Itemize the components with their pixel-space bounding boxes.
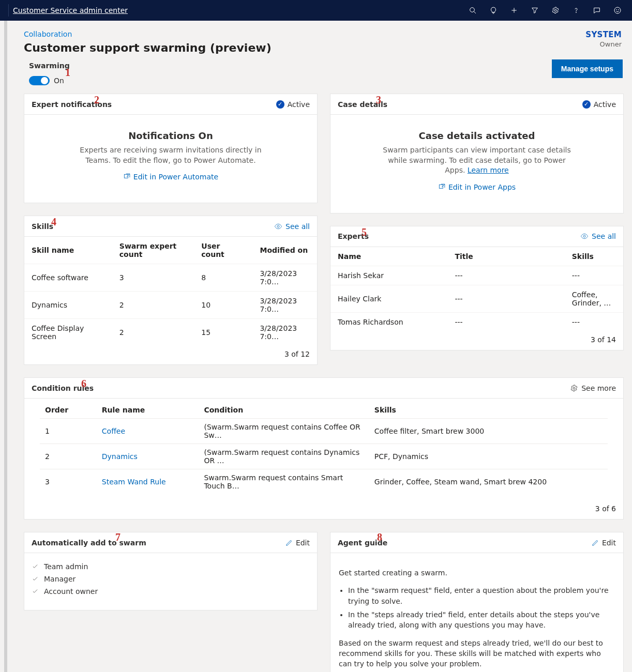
table-row[interactable]: 1Coffee(Swarm.Swarm request contains Cof… xyxy=(40,419,608,444)
table-row[interactable]: 2Dynamics(Swarm.Swarm request contains D… xyxy=(40,444,608,469)
table-row[interactable]: Dynamics2103/28/2023 7:0… xyxy=(24,292,317,319)
eye-icon xyxy=(274,222,282,231)
swarming-toggle[interactable] xyxy=(29,76,50,85)
case-details-text: Swarm participants can view important ca… xyxy=(379,145,575,176)
card-title: Condition rules xyxy=(32,384,94,392)
see-all-link[interactable]: See all xyxy=(580,232,616,240)
col-name[interactable]: Name xyxy=(330,247,447,266)
open-external-icon xyxy=(123,173,130,180)
col-user-count[interactable]: User count xyxy=(194,237,252,264)
eye-icon xyxy=(580,232,589,240)
col-skills[interactable]: Skills xyxy=(565,247,623,266)
list-item: Team admin xyxy=(29,560,312,573)
owner-block: SYSTEM Owner xyxy=(585,30,622,48)
table-row[interactable]: 3Steam Wand RuleSwarm.Swarm request cont… xyxy=(40,469,608,495)
see-all-label: See all xyxy=(592,232,616,240)
experts-table: Name Title Skills Harish Sekar------ Hai… xyxy=(330,247,623,331)
guide-outro: Based on the swarm request and steps alr… xyxy=(339,638,615,669)
help-icon[interactable] xyxy=(566,0,586,21)
pencil-icon xyxy=(592,539,599,546)
table-row[interactable]: Harish Sekar------ xyxy=(330,266,623,285)
page-title: Customer support swarming (preview) xyxy=(24,41,624,54)
status-label: Active xyxy=(594,100,616,109)
plus-icon[interactable] xyxy=(504,0,524,21)
auto-add-card: Automatically add to swarm 7 Edit Team a… xyxy=(24,532,318,610)
case-details-card: Case details 3 Active Case details activ… xyxy=(330,94,624,213)
table-footer: 3 of 12 xyxy=(24,346,317,364)
guide-bullet: In the "steps already tried" field, ente… xyxy=(348,609,615,631)
app-title-link[interactable]: Customer Service admin center xyxy=(13,6,128,14)
filter-icon[interactable] xyxy=(524,0,545,21)
link-label: Edit in Power Automate xyxy=(133,173,218,181)
divider xyxy=(8,4,9,17)
case-details-title: Case details activated xyxy=(341,130,613,141)
see-more-link[interactable]: See more xyxy=(570,384,616,392)
owner-name: SYSTEM xyxy=(585,30,622,39)
swarming-label: Swarming xyxy=(29,62,70,70)
col-order[interactable]: Order xyxy=(40,402,97,419)
see-more-label: See more xyxy=(581,384,616,392)
card-title: Skills xyxy=(32,222,53,231)
check-icon xyxy=(32,563,39,570)
list-item: Account owner xyxy=(29,585,312,598)
svg-point-6 xyxy=(614,7,621,13)
rule-link[interactable]: Coffee xyxy=(102,427,125,435)
edit-link[interactable]: Edit xyxy=(285,539,310,547)
breadcrumb[interactable]: Collaboration xyxy=(24,30,624,38)
col-skill-name[interactable]: Skill name xyxy=(24,237,112,264)
col-modified-on[interactable]: Modified on xyxy=(252,237,317,264)
top-navbar: Customer Service admin center xyxy=(0,0,632,21)
search-icon[interactable] xyxy=(462,0,483,21)
svg-point-12 xyxy=(583,235,585,237)
chat-icon[interactable] xyxy=(586,0,607,21)
col-rule-name[interactable]: Rule name xyxy=(97,402,199,419)
edit-power-automate-link[interactable]: Edit in Power Automate xyxy=(123,173,218,181)
rule-link[interactable]: Dynamics xyxy=(102,452,138,461)
svg-point-0 xyxy=(470,8,475,12)
skills-card: Skills 4 See all Skill name Swarm expert… xyxy=(24,216,318,365)
edit-label: Edit xyxy=(602,539,616,547)
col-skills[interactable]: Skills xyxy=(369,402,608,419)
edit-link[interactable]: Edit xyxy=(592,539,616,547)
guide-intro: Get started creating a swarm. xyxy=(339,568,615,578)
table-row[interactable]: Coffee Display Screen2153/28/2023 7:0… xyxy=(24,319,317,346)
notifications-on-text: Experts are receiving swarm invitations … xyxy=(72,145,269,165)
col-condition[interactable]: Condition xyxy=(199,402,369,419)
rules-table: Order Rule name Condition Skills 1Coffee… xyxy=(40,402,608,494)
gear-icon xyxy=(570,384,578,392)
edit-label: Edit xyxy=(296,539,310,547)
rule-link[interactable]: Steam Wand Rule xyxy=(102,478,166,486)
table-row[interactable]: Tomas Richardson------ xyxy=(330,312,623,331)
link-label: Edit in Power Apps xyxy=(448,183,516,191)
col-expert-count[interactable]: Swarm expert count xyxy=(112,237,194,264)
skills-table: Skill name Swarm expert count User count… xyxy=(24,237,317,346)
expert-notifications-card: Expert notifications 2 Active Notificati… xyxy=(24,94,318,203)
experts-card: Experts 5 See all Name Title Skills xyxy=(330,226,624,350)
table-footer: 3 of 6 xyxy=(24,500,623,519)
card-title: Automatically add to swarm xyxy=(32,539,146,547)
owner-role: Owner xyxy=(585,40,622,48)
gear-icon[interactable] xyxy=(545,0,566,21)
checkmark-icon xyxy=(276,100,284,109)
smiley-icon[interactable] xyxy=(607,0,628,21)
card-title: Case details xyxy=(338,100,387,109)
manage-setups-button[interactable]: Manage setups xyxy=(552,59,623,78)
learn-more-link[interactable]: Learn more xyxy=(468,166,509,174)
guide-bullet: In the "swarm request" field, enter a qu… xyxy=(348,585,615,606)
svg-point-10 xyxy=(277,225,279,227)
table-row[interactable]: Hailey Clark---Coffee, Grinder, … xyxy=(330,285,623,312)
lightbulb-icon[interactable] xyxy=(483,0,504,21)
status-badge: Active xyxy=(582,100,616,109)
condition-rules-card: Condition rules 6 See more Order Rule na… xyxy=(24,377,624,520)
table-footer: 3 of 14 xyxy=(330,331,623,350)
notifications-on-title: Notifications On xyxy=(35,130,307,141)
see-all-link[interactable]: See all xyxy=(274,222,310,231)
col-title[interactable]: Title xyxy=(447,247,564,266)
table-row[interactable]: Coffee software383/28/2023 7:0… xyxy=(24,264,317,292)
open-external-icon xyxy=(438,184,445,191)
agent-guide-card: Agent guide 8 Edit Get started creating … xyxy=(330,532,624,672)
card-title: Agent guide xyxy=(338,539,387,547)
svg-point-13 xyxy=(573,387,575,389)
check-icon xyxy=(32,575,39,583)
edit-power-apps-link[interactable]: Edit in Power Apps xyxy=(438,183,516,191)
